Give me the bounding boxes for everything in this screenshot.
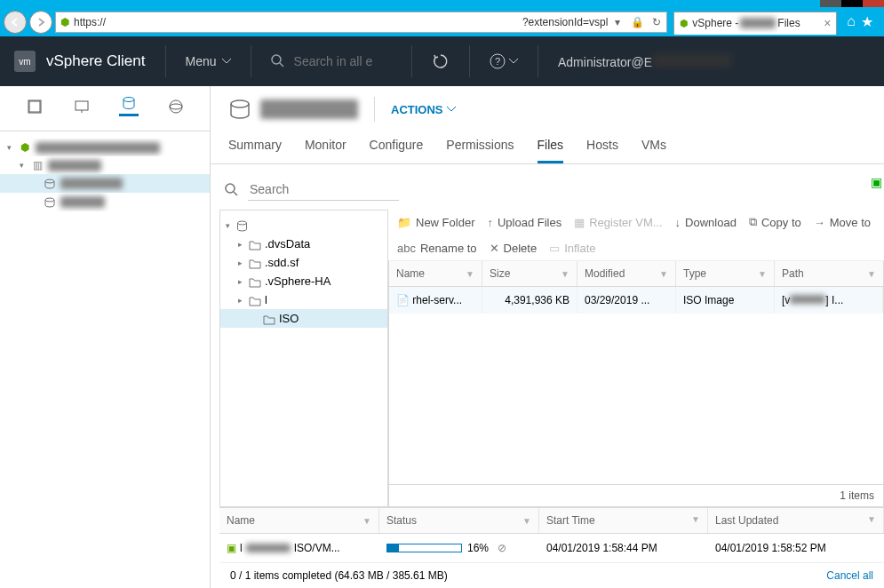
browser-toolbar: ⬢ https:// ?extensionId=vspl ▾ 🔒 ↻ ⬢ vSp… — [0, 7, 884, 36]
folder-tree: ▾▸.dvsData▸.sdd.sf▸.vSphere-HA▸lISO — [219, 210, 388, 507]
folder-row[interactable]: ▸.sdd.sf — [220, 253, 387, 272]
user-label[interactable]: Administrator@E — [558, 54, 732, 69]
tab-permissions[interactable]: Permissions — [446, 138, 514, 163]
col-header-type[interactable]: Type▼ — [676, 261, 775, 286]
nav-network-icon[interactable] — [166, 97, 186, 116]
window-close[interactable] — [863, 0, 884, 7]
svg-point-14 — [226, 184, 235, 193]
toolbar-upload-files[interactable]: ↑Upload Files — [487, 215, 561, 229]
svg-rect-4 — [28, 100, 41, 113]
tab-close-icon[interactable]: × — [824, 16, 831, 30]
global-search-input[interactable] — [294, 54, 392, 68]
col-header-size[interactable]: Size▼ — [482, 261, 577, 286]
toolbar-register-vm-: ▦Register VM... — [574, 215, 662, 229]
grid-footer: 1 items — [389, 484, 883, 506]
url-prefix: https:// — [74, 16, 522, 28]
svg-point-0 — [272, 55, 281, 64]
window-minimize[interactable] — [820, 0, 841, 7]
toolbar-download[interactable]: ↓Download — [675, 215, 737, 229]
svg-text:?: ? — [494, 56, 499, 67]
svg-point-13 — [231, 100, 249, 107]
content: ACTIONS SummaryMonitorConfigurePermissio… — [211, 86, 884, 588]
window-maximize[interactable] — [841, 0, 863, 7]
tab-title-prefix: vSphere - — [692, 17, 738, 29]
toolbar-rename-to[interactable]: abcRename to — [397, 242, 477, 255]
folder-row[interactable]: ISO — [220, 309, 387, 328]
datastore-title — [260, 99, 358, 119]
file-grid: Name▼Size▼Modified▼Type▼Path▼ 📄 rhel-ser… — [388, 261, 884, 507]
refresh-icon[interactable]: ↻ — [647, 16, 666, 28]
task-col-start-time[interactable]: Start Time▼ — [539, 508, 708, 533]
tab-hosts[interactable]: Hosts — [586, 138, 618, 163]
task-col-name[interactable]: Name▼ — [219, 508, 379, 533]
tasks-panel: Name▼Status▼Start Time▼Last Updated▼ ▣ l… — [219, 507, 884, 588]
toolbar-copy-to[interactable]: ⧉Copy to — [749, 215, 801, 229]
lock-icon: 🔒 — [627, 16, 647, 28]
svg-rect-5 — [29, 101, 40, 112]
url-suffix: ?extensionId=vspl — [522, 16, 608, 28]
search-icon — [225, 183, 239, 197]
tab-files[interactable]: Files — [538, 138, 564, 163]
dropdown-icon[interactable]: ▾ — [608, 16, 627, 28]
file-search-input[interactable] — [248, 179, 399, 201]
folder-row[interactable]: ▸.dvsData — [220, 234, 387, 253]
toolbar-inflate: ▭Inflate — [549, 242, 595, 255]
folder-row[interactable]: ▾ — [220, 216, 387, 234]
cancel-task-icon[interactable]: ⊘ — [498, 542, 506, 554]
site-icon: ⬢ — [56, 16, 74, 28]
tab-vms[interactable]: VMs — [641, 138, 666, 163]
tab-summary[interactable]: Summary — [228, 138, 282, 163]
browser-tab[interactable]: ⬢ vSphere - Files × — [673, 12, 837, 35]
inventory-tree: ▾⬢ ▾▥ — [0, 131, 210, 219]
browser-forward-button[interactable] — [29, 11, 52, 34]
new-window-icon[interactable]: ▣ — [871, 175, 882, 189]
brand-icon: vm — [14, 51, 36, 72]
tree-vcenter[interactable]: ▾⬢ — [0, 139, 210, 156]
global-search[interactable] — [271, 54, 392, 68]
toolbar-new-folder[interactable]: 📁New Folder — [397, 215, 474, 229]
nav-vms-icon[interactable] — [72, 97, 92, 116]
menu-dropdown[interactable]: Menu — [186, 54, 231, 68]
svg-point-10 — [170, 104, 182, 109]
tree-datastore[interactable] — [0, 193, 210, 211]
tab-configure[interactable]: Configure — [370, 138, 424, 163]
brand-text: vSphere Client — [46, 52, 146, 70]
task-row[interactable]: ▣ lISO/VM... 16%⊘ 04/01/2019 1:58:44 PM … — [219, 534, 884, 562]
help-dropdown[interactable]: ? — [490, 53, 518, 70]
toolbar-delete[interactable]: ✕Delete — [490, 242, 538, 255]
browser-tabs: ⬢ vSphere - Files × — [670, 10, 837, 35]
col-header-name[interactable]: Name▼ — [389, 261, 482, 286]
cancel-all-link[interactable]: Cancel all — [826, 569, 873, 582]
tree-datacenter[interactable]: ▾▥ — [0, 156, 210, 174]
folder-row[interactable]: ▸.vSphere-HA — [220, 272, 387, 290]
navigator: ▾⬢ ▾▥ — [0, 86, 211, 588]
tab-title-blur — [740, 18, 776, 28]
nav-hosts-icon[interactable] — [25, 97, 44, 116]
toolbar-move-to[interactable]: →Move to — [814, 215, 871, 229]
svg-point-16 — [238, 221, 247, 225]
folder-row[interactable]: ▸l — [220, 290, 387, 309]
actions-dropdown[interactable]: ACTIONS — [391, 103, 456, 116]
file-row[interactable]: 📄 rhel-serv... 4,391,936 KB 03/29/2019 .… — [389, 287, 883, 314]
window-titlebar — [0, 0, 884, 7]
svg-point-12 — [45, 198, 54, 202]
datastore-icon — [228, 98, 251, 121]
tabs: SummaryMonitorConfigurePermissionsFilesH… — [211, 132, 884, 164]
global-refresh-icon[interactable] — [432, 52, 450, 70]
nav-storage-icon[interactable] — [119, 97, 139, 116]
favorites-icon[interactable]: ★ — [861, 13, 873, 30]
svg-rect-6 — [76, 101, 88, 110]
task-col-status[interactable]: Status▼ — [379, 508, 539, 533]
tab-favicon: ⬢ — [680, 18, 689, 29]
file-toolbar: 📁New Folder↑Upload Files▦Register VM...↓… — [388, 210, 884, 261]
task-col-last-updated[interactable]: Last Updated▼ — [708, 508, 884, 533]
tree-datastore-selected[interactable] — [0, 174, 210, 193]
tab-title-suffix: Files — [777, 17, 800, 29]
col-header-modified[interactable]: Modified▼ — [577, 261, 676, 286]
browser-back-button[interactable] — [4, 11, 27, 34]
home-icon[interactable]: ⌂ — [847, 13, 856, 30]
address-bar[interactable]: ⬢ https:// ?extensionId=vspl ▾ 🔒 ↻ — [55, 12, 667, 33]
tab-monitor[interactable]: Monitor — [305, 138, 346, 163]
svg-point-9 — [170, 100, 182, 113]
col-header-path[interactable]: Path▼ — [775, 261, 883, 286]
